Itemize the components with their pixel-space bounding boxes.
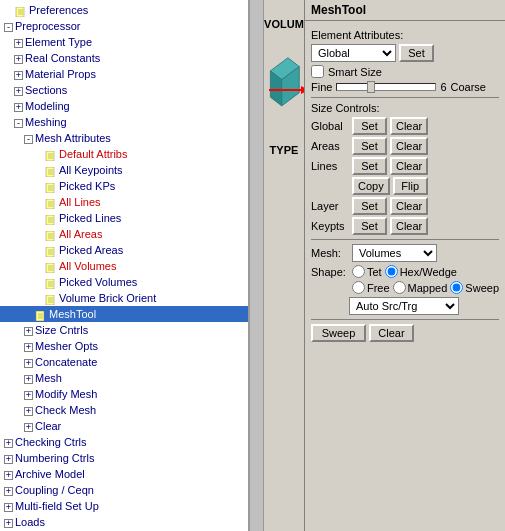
tree-item-default-attribs[interactable]: Default Attribs <box>0 146 248 162</box>
tree-item-mesh-attributes[interactable]: -Mesh Attributes <box>0 130 248 146</box>
tree-item-picked-lines[interactable]: Picked Lines <box>0 210 248 226</box>
tree-item-all-lines[interactable]: All Lines <box>0 194 248 210</box>
tree-item-all-keypoints[interactable]: All Keypoints <box>0 162 248 178</box>
expand-icon-check-mesh[interactable]: + <box>24 407 33 416</box>
expand-icon-meshing[interactable]: - <box>14 119 23 128</box>
tree-item-coupling-ceqn[interactable]: +Coupling / Ceqn <box>0 482 248 498</box>
mapped-radio-label[interactable]: Mapped <box>393 281 448 294</box>
arrow-icon <box>269 84 309 96</box>
tree-item-modeling[interactable]: +Modeling <box>0 98 248 114</box>
copy-button[interactable]: Copy <box>352 177 390 195</box>
sweep-button[interactable]: Sweep <box>311 324 366 342</box>
element-attributes-set-button[interactable]: Set <box>399 44 434 62</box>
expand-icon-coupling-ceqn[interactable]: + <box>4 487 13 496</box>
tree-item-all-areas[interactable]: All Areas <box>0 226 248 242</box>
areas-clear-button[interactable]: Clear <box>390 137 428 155</box>
tree-panel: Preferences-Preprocessor+Element Type+Re… <box>0 0 249 531</box>
doc-icon-picked-areas <box>45 246 57 256</box>
tree-item-material-props[interactable]: +Material Props <box>0 66 248 82</box>
tree-item-mesh[interactable]: +Mesh <box>0 370 248 386</box>
tree-item-picked-volumes[interactable]: Picked Volumes <box>0 274 248 290</box>
tet-radio[interactable] <box>352 265 365 278</box>
tree-label-coupling-ceqn: Coupling / Ceqn <box>15 484 94 496</box>
expand-icon-numbering-ctrls[interactable]: + <box>4 455 13 464</box>
keypts-set-button[interactable]: Set <box>352 217 387 235</box>
global-set-button[interactable]: Set <box>352 117 387 135</box>
src-trg-dropdown[interactable]: Auto Src/Trg <box>349 297 459 315</box>
tree-label-modeling: Modeling <box>25 100 70 112</box>
expand-icon-mesh[interactable]: + <box>24 375 33 384</box>
tree-item-meshing[interactable]: -Meshing <box>0 114 248 130</box>
expand-icon-clear[interactable]: + <box>24 423 33 432</box>
expand-icon-size-cntrls[interactable]: + <box>24 327 33 336</box>
tree-item-numbering-ctrls[interactable]: +Numbering Ctrls <box>0 450 248 466</box>
tree-item-picked-kps[interactable]: Picked KPs <box>0 178 248 194</box>
expand-icon-loads[interactable]: + <box>4 519 13 528</box>
mesh-row: Mesh: Volumes Areas Lines <box>311 244 499 262</box>
expand-icon-mesh-attributes[interactable]: - <box>24 135 33 144</box>
layer-set-button[interactable]: Set <box>352 197 387 215</box>
tet-radio-label[interactable]: Tet <box>352 265 382 278</box>
tree-item-mesher-opts[interactable]: +Mesher Opts <box>0 338 248 354</box>
tree-item-meshtool[interactable]: MeshTool <box>0 306 248 322</box>
free-radio[interactable] <box>352 281 365 294</box>
expand-icon-multi-field[interactable]: + <box>4 503 13 512</box>
size-slider-row: Fine 6 Coarse <box>311 81 499 93</box>
expand-icon-checking-ctrls[interactable]: + <box>4 439 13 448</box>
mesh-dropdown[interactable]: Volumes Areas Lines <box>352 244 437 262</box>
keypts-clear-button[interactable]: Clear <box>390 217 428 235</box>
lines-set-button[interactable]: Set <box>352 157 387 175</box>
mapped-label: Mapped <box>408 282 448 294</box>
tree-item-multi-field[interactable]: +Multi-field Set Up <box>0 498 248 514</box>
tree-item-preferences[interactable]: Preferences <box>0 2 248 18</box>
element-attributes-row: Global Element Set <box>311 44 499 62</box>
size-slider[interactable] <box>336 83 436 91</box>
expand-icon-sections[interactable]: + <box>14 87 23 96</box>
expand-icon-archive-model[interactable]: + <box>4 471 13 480</box>
sweep-radio-label[interactable]: Sweep <box>450 281 499 294</box>
tree-item-clear[interactable]: +Clear <box>0 418 248 434</box>
tree-item-check-mesh[interactable]: +Check Mesh <box>0 402 248 418</box>
doc-icon-meshtool <box>35 310 47 320</box>
expand-icon-modeling[interactable]: + <box>14 103 23 112</box>
tree-item-all-volumes[interactable]: All Volumes <box>0 258 248 274</box>
hexwedge-radio[interactable] <box>385 265 398 278</box>
tree-item-volume-brick[interactable]: Volume Brick Orient <box>0 290 248 306</box>
sweep-radio[interactable] <box>450 281 463 294</box>
tree-item-picked-areas[interactable]: Picked Areas <box>0 242 248 258</box>
hexwedge-radio-label[interactable]: Hex/Wedge <box>385 265 457 278</box>
global-clear-button[interactable]: Clear <box>390 117 428 135</box>
tree-label-real-constants: Real Constants <box>25 52 100 64</box>
expand-icon-mesher-opts[interactable]: + <box>24 343 33 352</box>
tree-item-element-type[interactable]: +Element Type <box>0 34 248 50</box>
expand-icon-element-type[interactable]: + <box>14 39 23 48</box>
element-attributes-dropdown[interactable]: Global Element <box>311 44 396 62</box>
expand-icon-concatenate[interactable]: + <box>24 359 33 368</box>
expand-icon-real-constants[interactable]: + <box>14 55 23 64</box>
tree-item-size-cntrls[interactable]: +Size Cntrls <box>0 322 248 338</box>
tree-item-preprocessor[interactable]: -Preprocessor <box>0 18 248 34</box>
areas-set-button[interactable]: Set <box>352 137 387 155</box>
tree-item-checking-ctrls[interactable]: +Checking Ctrls <box>0 434 248 450</box>
expand-icon-preprocessor[interactable]: - <box>4 23 13 32</box>
tree-item-real-constants[interactable]: +Real Constants <box>0 50 248 66</box>
layer-clear-button[interactable]: Clear <box>390 197 428 215</box>
doc-icon-picked-lines <box>45 214 57 224</box>
smart-size-checkbox[interactable] <box>311 65 324 78</box>
free-radio-label[interactable]: Free <box>352 281 390 294</box>
expand-icon-material-props[interactable]: + <box>14 71 23 80</box>
lines-clear-button[interactable]: Clear <box>390 157 428 175</box>
tree-label-default-attribs: Default Attribs <box>59 148 127 160</box>
slider-value: 6 <box>440 81 446 93</box>
tree-item-modify-mesh[interactable]: +Modify Mesh <box>0 386 248 402</box>
expand-icon-modify-mesh[interactable]: + <box>24 391 33 400</box>
tree-item-archive-model[interactable]: +Archive Model <box>0 466 248 482</box>
tree-item-loads[interactable]: +Loads <box>0 514 248 530</box>
flip-button[interactable]: Flip <box>393 177 428 195</box>
mapped-radio[interactable] <box>393 281 406 294</box>
tree-item-concatenate[interactable]: +Concatenate <box>0 354 248 370</box>
tree-item-sections[interactable]: +Sections <box>0 82 248 98</box>
clear-bottom-button[interactable]: Clear <box>369 324 414 342</box>
panel-content: Element Attributes: Global Element Set S… <box>305 21 505 531</box>
meshtool-panel: MeshTool Element Attributes: Global Elem… <box>304 0 505 531</box>
